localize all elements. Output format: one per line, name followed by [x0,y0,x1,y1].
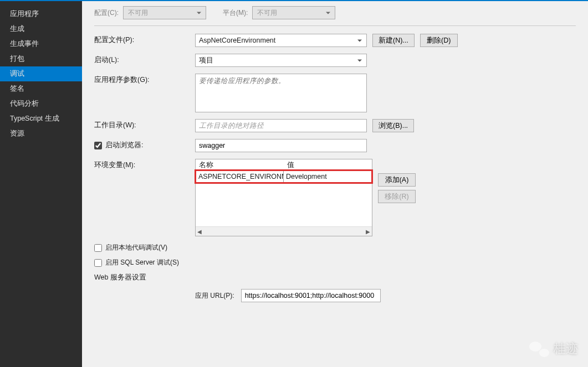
sidebar-item-build-events[interactable]: 生成事件 [0,37,82,51]
sidebar-item-label: 代码分析 [10,99,39,108]
env-label: 环境变量(M): [94,159,195,170]
content-panel: 配置(C): 不可用 平台(M): 不可用 配置文件(P): AspNetCor… [82,1,588,367]
platform-dropdown[interactable]: 不可用 [252,6,335,19]
sidebar-item-label: 应用程序 [10,9,39,19]
horizontal-scrollbar[interactable]: ◀ ▶ [196,226,372,236]
sidebar-item-typescript-build[interactable]: TypeScript 生成 [0,111,82,126]
webserver-section-header: Web 服务器设置 [94,273,576,282]
workdir-row: 工作目录(W): 浏览(B)... [94,119,576,132]
env-cell-value: Development [284,171,371,182]
env-selected-row[interactable]: ASPNETCORE_ENVIRONMENT Development [195,169,373,184]
env-buttons: 添加(A) 移除(R) [378,159,416,236]
add-env-button[interactable]: 添加(A) [378,173,416,187]
env-header-value: 值 [284,159,372,170]
sqlserver-debug-checkbox[interactable] [94,259,102,267]
sidebar-item-label: 签名 [10,84,24,94]
workdir-label: 工作目录(W): [94,119,195,130]
sidebar-item-label: TypeScript 生成 [10,114,59,123]
configuration-label: 配置(C): [94,8,119,18]
profile-label: 配置文件(P): [94,34,195,45]
launch-browser-row: 启动浏览器: [94,139,576,152]
app-url-label: 应用 URL(P): [195,291,234,301]
profile-row: 配置文件(P): AspNetCoreEnvironment 新建(N)... … [94,34,576,47]
app-url-row: 应用 URL(P): [195,289,576,302]
env-variables-table[interactable]: 名称 值 ASPNETCORE_ENVIRONMENT Development … [195,159,372,236]
scroll-left-icon[interactable]: ◀ [197,229,202,235]
sidebar-item-label: 生成事件 [10,39,39,49]
browse-button[interactable]: 浏览(B)... [372,119,414,132]
sidebar: 应用程序 生成 生成事件 打包 调试 签名 代码分析 TypeScript 生成… [0,1,82,367]
launch-row: 启动(L): 项目 [94,54,576,67]
launch-label: 启动(L): [94,54,195,65]
native-debug-label: 启用本地代码调试(V) [105,243,167,252]
launch-browser-checkbox[interactable] [94,142,102,149]
env-cell-name: ASPNETCORE_ENVIRONMENT [196,171,284,182]
main-layout: 应用程序 生成 生成事件 打包 调试 签名 代码分析 TypeScript 生成… [0,1,588,367]
args-row: 应用程序参数(G): [94,74,576,112]
launch-browser-input[interactable] [195,139,367,152]
delete-profile-button[interactable]: 删除(D) [420,34,458,47]
config-header-row: 配置(C): 不可用 平台(M): 不可用 [94,1,576,26]
workdir-input[interactable] [195,119,367,132]
env-table-header: 名称 值 [196,159,372,170]
sidebar-item-code-analysis[interactable]: 代码分析 [0,96,82,111]
launch-browser-label: 启动浏览器: [105,141,143,150]
scroll-right-icon[interactable]: ▶ [366,229,370,235]
remove-env-button: 移除(R) [378,190,416,203]
sidebar-item-label: 生成 [10,24,24,34]
sidebar-item-signing[interactable]: 签名 [0,81,82,96]
sidebar-item-debug[interactable]: 调试 [0,66,82,81]
sidebar-item-label: 资源 [10,129,24,138]
sidebar-item-resources[interactable]: 资源 [0,126,82,141]
sidebar-item-build[interactable]: 生成 [0,22,82,37]
sidebar-item-label: 调试 [10,69,24,79]
launch-select[interactable]: 项目 [195,54,367,67]
native-debug-checkbox[interactable] [94,244,102,252]
profile-select[interactable]: AspNetCoreEnvironment [195,34,367,47]
sidebar-item-package[interactable]: 打包 [0,51,82,66]
app-url-input[interactable] [241,289,381,302]
platform-label: 平台(M): [223,8,248,18]
args-label: 应用程序参数(G): [94,74,195,85]
args-textarea[interactable] [195,74,367,112]
sidebar-item-application[interactable]: 应用程序 [0,7,82,22]
new-profile-button[interactable]: 新建(N)... [372,34,415,47]
configuration-dropdown[interactable]: 不可用 [123,6,206,19]
env-row: 环境变量(M): 名称 值 ASPNETCORE_ENVIRONMENT Dev… [94,159,576,236]
sidebar-item-label: 打包 [10,54,24,64]
env-header-name: 名称 [196,159,284,170]
sqlserver-debug-label: 启用 SQL Server 调试(S) [105,258,179,267]
